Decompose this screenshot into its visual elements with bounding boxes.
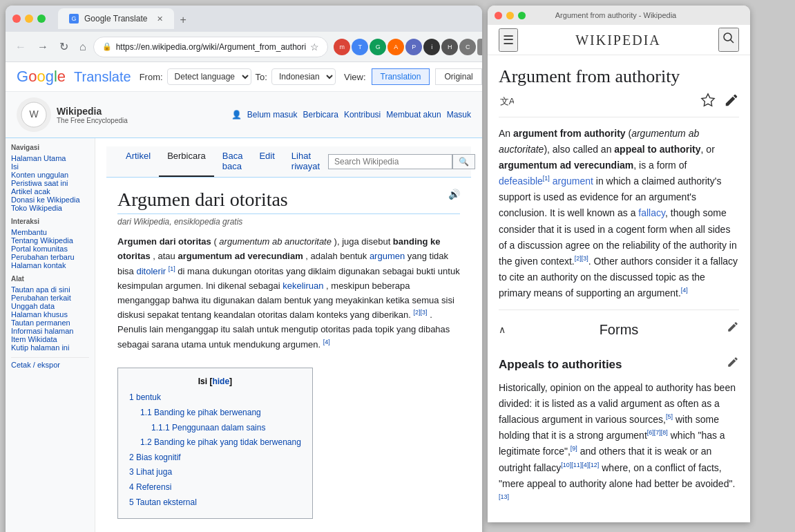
- translation-view-button[interactable]: Translation: [372, 68, 430, 85]
- forms-section-header: ∧ Forms: [499, 310, 739, 350]
- sidebar-item-membantu[interactable]: Membantu: [11, 228, 47, 236]
- from-label: From:: [140, 72, 163, 82]
- to-language-select[interactable]: Indonesian: [271, 68, 336, 85]
- wiki-search-input[interactable]: [328, 154, 452, 169]
- sidebar-item-halaman-utama[interactable]: Halaman Utama: [11, 154, 66, 162]
- sidebar-item-tautan-permanen[interactable]: Tautan permanen: [11, 319, 70, 327]
- wiki-name: Wikipedia: [57, 106, 128, 117]
- mobile-edit-button[interactable]: [724, 93, 739, 111]
- forms-collapse-icon[interactable]: ∧: [499, 322, 506, 338]
- sidebar-item-donasi[interactable]: Donasi ke Wikipedia: [11, 196, 80, 204]
- wiki-tabs: Artikel Berbicara Baca baca Edit Lihat r…: [106, 146, 471, 178]
- link-kekeliruan[interactable]: kekeliruan: [282, 281, 323, 291]
- back-button[interactable]: ←: [11, 37, 30, 57]
- forward-button[interactable]: →: [33, 37, 52, 57]
- extensions-icon-5[interactable]: P: [405, 39, 422, 55]
- sidebar-item-perubahan[interactable]: Perubahan terbaru: [11, 253, 75, 261]
- wikipedia-wordmark: WIKIPEDIA: [518, 31, 718, 49]
- mobile-link-defeasible[interactable]: defeasible: [499, 175, 543, 187]
- google-logo: Google: [17, 68, 66, 86]
- masuk-link[interactable]: Masuk: [447, 110, 471, 120]
- speaker-icon[interactable]: 🔊: [448, 189, 460, 200]
- refresh-button[interactable]: ↻: [55, 37, 73, 57]
- wiki-search-button[interactable]: 🔍: [452, 154, 475, 169]
- extensions-icon-4[interactable]: A: [387, 39, 404, 55]
- extensions-icon-7[interactable]: H: [441, 39, 458, 55]
- sidebar-item-kontak[interactable]: Halaman kontak: [11, 261, 66, 269]
- sidebar-item-kutip[interactable]: Kutip halaman ini: [11, 343, 69, 352]
- wiki-brand: Wikipedia The Free Encyclopedia: [57, 106, 128, 124]
- mobile-link-fallacy[interactable]: fallacy: [638, 207, 665, 218]
- toc-link-1-1-1[interactable]: 1.1.1 Penggunaan dalam sains: [151, 423, 265, 433]
- sidebar-item-unggah[interactable]: Unggah data: [11, 302, 55, 310]
- sidebar-item-wikidata[interactable]: Item Wikidata: [11, 335, 57, 343]
- tab-artikel[interactable]: Artikel: [117, 146, 159, 177]
- toc-link-4[interactable]: 4 Referensi: [129, 482, 171, 492]
- chrome-titlebar: G Google Translate ✕ +: [6, 6, 482, 32]
- sidebar-item-informasi[interactable]: Informasi halaman: [11, 327, 74, 335]
- link-argumen[interactable]: argumen: [370, 251, 405, 261]
- tab-baca-baca[interactable]: Baca baca: [214, 146, 251, 177]
- tab-area: G Google Translate ✕ +: [58, 8, 475, 29]
- home-button[interactable]: ⌂: [75, 37, 90, 57]
- tab-close-icon[interactable]: ✕: [157, 15, 163, 23]
- extensions-icon-2[interactable]: T: [352, 39, 368, 55]
- sidebar-item-isi[interactable]: Isi: [11, 162, 19, 171]
- tab-lihat-riwayat[interactable]: Lihat riwayat: [283, 146, 328, 177]
- mobile-titlebar: Argument from authority - Wikipedia: [488, 6, 750, 25]
- toc-link-1-1[interactable]: 1.1 Banding ke pihak berwenang: [140, 408, 261, 417]
- close-button[interactable]: [12, 15, 21, 23]
- sidebar-item-cetak[interactable]: Cetak / ekspor: [11, 361, 60, 369]
- mobile-menu-button[interactable]: ☰: [499, 28, 518, 52]
- chrome-tab[interactable]: G Google Translate ✕: [58, 8, 174, 29]
- bookmark-icon[interactable]: ☆: [310, 41, 319, 53]
- address-text: https://en.wikipedia.org/wiki/Argument_f…: [116, 42, 306, 52]
- membuat-akun-link[interactable]: Membuat akun: [386, 110, 441, 120]
- mobile-link-argument[interactable]: argument: [553, 175, 593, 187]
- kontribusi-link[interactable]: Kontribusi: [344, 110, 381, 120]
- berbicara-link[interactable]: Berbicara: [303, 110, 338, 120]
- new-tab-button[interactable]: +: [174, 11, 191, 29]
- toc-link-1[interactable]: 1 bentuk: [129, 392, 161, 402]
- from-language-select[interactable]: Detect language: [167, 68, 251, 85]
- sidebar-item-halaman-khusus[interactable]: Halaman khusus: [11, 310, 68, 319]
- belum-masuk-link[interactable]: Belum masuk: [247, 110, 298, 120]
- toc-hide-link[interactable]: hide: [212, 377, 229, 386]
- extensions-icon-8[interactable]: C: [459, 39, 476, 55]
- toc-link-5[interactable]: 5 Tautan eksternal: [129, 497, 197, 507]
- extensions-icon-3[interactable]: G: [370, 39, 386, 55]
- original-view-button[interactable]: Original: [435, 68, 481, 85]
- article-source: dari Wikipedia, ensiklopedia gratis: [117, 217, 460, 227]
- svg-line-3: [731, 40, 734, 44]
- avatar-icon[interactable]: 👤: [477, 39, 482, 55]
- mobile-bookmark-button[interactable]: [700, 93, 716, 111]
- sidebar-item-toko[interactable]: Toko Wikipedia: [11, 204, 62, 212]
- article-area: Artikel Berbicara Baca baca Edit Lihat r…: [95, 138, 482, 532]
- toc-link-1-2[interactable]: 1.2 Banding ke pihak yang tidak berwenan…: [140, 437, 301, 447]
- wiki-header-bar: W Wikipedia The Free Encyclopedia 👤 Belu…: [6, 92, 482, 138]
- tab-edit[interactable]: Edit: [251, 146, 282, 177]
- extensions-icon-6[interactable]: i: [423, 39, 440, 55]
- minimize-button[interactable]: [25, 15, 33, 23]
- mobile-search-button[interactable]: [718, 28, 739, 52]
- tab-berbicara[interactable]: Berbicara: [159, 146, 214, 177]
- sidebar-item-peristiwa[interactable]: Peristiwa saat ini: [11, 179, 68, 187]
- sidebar-item-perubahan-terkait[interactable]: Perubahan terkait: [11, 294, 71, 302]
- link-ditolerir[interactable]: ditolerir: [136, 266, 166, 276]
- forms-edit-button[interactable]: [727, 321, 739, 339]
- address-bar[interactable]: 🔒 https://en.wikipedia.org/wiki/Argument…: [93, 37, 328, 57]
- mobile-language-button[interactable]: 文A: [499, 93, 514, 111]
- sidebar-item-portal[interactable]: Portal komunitas: [11, 245, 68, 253]
- toc-link-2[interactable]: 2 Bias kognitif: [129, 453, 181, 462]
- toc-link-3[interactable]: 3 Lihat juga: [129, 467, 172, 477]
- sidebar-item-tentang[interactable]: Tentang Wikipedia: [11, 236, 73, 245]
- sidebar-section-nav: Navigasi: [11, 144, 89, 151]
- extensions-icon-1[interactable]: m: [334, 39, 350, 55]
- sidebar-item-tautan-di-sini[interactable]: Tautan apa di sini: [11, 285, 70, 294]
- maximize-button[interactable]: [37, 15, 46, 23]
- translate-view: View: Translation Original ▲: [344, 68, 482, 85]
- sidebar-item-artikel-acak[interactable]: Artikel acak: [11, 187, 50, 196]
- sidebar-item-konten[interactable]: Konten unggulan: [11, 171, 68, 179]
- wiki-main-area: Navigasi Halaman Utama Isi Konten unggul…: [6, 138, 482, 532]
- appeals-edit-button[interactable]: [727, 355, 739, 374]
